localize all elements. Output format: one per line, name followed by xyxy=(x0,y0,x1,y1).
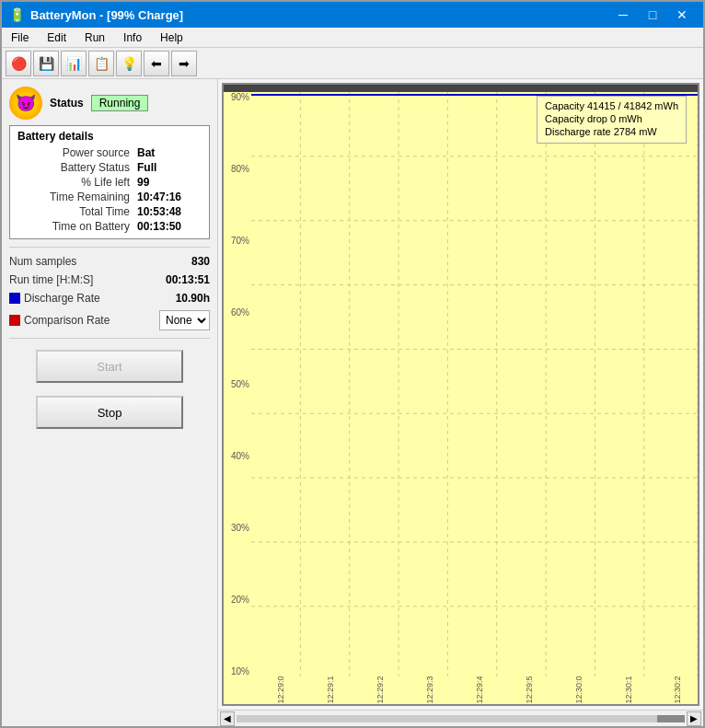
discharge-color-group: Discharge Rate xyxy=(9,292,100,305)
x-label-5: 12:29:56 xyxy=(524,676,533,704)
scroll-thumb[interactable] xyxy=(657,715,685,722)
close-button[interactable]: ✕ xyxy=(668,6,696,24)
main-window: 🔋 BatteryMon - [99% Charge] ─ □ ✕ File E… xyxy=(0,0,705,728)
x-label-1: 12:29:16 xyxy=(326,676,335,704)
toolbar-btn-6[interactable]: ➡ xyxy=(171,51,197,76)
power-source-value: Bat xyxy=(137,146,202,159)
toolbar-btn-2[interactable]: 📊 xyxy=(61,51,87,76)
y-label-60: 60% xyxy=(231,307,249,318)
scroll-track[interactable] xyxy=(237,715,685,722)
legend-discharge-rate: Discharge rate 2784 mW xyxy=(545,126,678,137)
discharge-color-indicator xyxy=(9,293,20,304)
menu-run[interactable]: Run xyxy=(75,28,114,47)
y-label-10: 10% xyxy=(231,666,249,676)
y-label-40: 40% xyxy=(231,451,249,461)
life-left-value: 99 xyxy=(137,176,202,189)
minimize-button[interactable]: ─ xyxy=(609,6,637,24)
title-bar-left: 🔋 BatteryMon - [99% Charge] xyxy=(9,7,183,22)
power-source-label: Power source xyxy=(17,146,130,159)
discharge-rate-row: Discharge Rate 10.90h xyxy=(9,292,210,305)
num-samples-label: Num samples xyxy=(9,255,76,268)
x-axis: 12:29:06 12:29:16 12:29:26 12:29:36 12:2… xyxy=(251,676,698,704)
legend-capacity: Capacity 41415 / 41842 mWh xyxy=(545,100,678,111)
scroll-left-arrow[interactable]: ◀ xyxy=(220,711,235,726)
status-value: Running xyxy=(91,95,149,111)
comparison-label: Comparison Rate xyxy=(24,314,110,327)
chart-svg xyxy=(251,92,698,676)
run-time-row: Run time [H:M:S] 00:13:51 xyxy=(9,273,210,286)
x-label-3: 12:29:36 xyxy=(425,676,434,704)
title-bar: 🔋 BatteryMon - [99% Charge] ─ □ ✕ xyxy=(2,2,703,28)
battery-details-box: Battery details Power source Bat Battery… xyxy=(9,125,210,239)
start-button[interactable]: Start xyxy=(36,350,183,383)
window-title: BatteryMon - [99% Charge] xyxy=(30,8,183,22)
app-icon: 🔋 xyxy=(9,7,25,22)
stop-button[interactable]: Stop xyxy=(36,396,183,429)
time-on-battery-value: 00:13:50 xyxy=(137,220,202,233)
logo-icon: 😈 xyxy=(16,93,36,113)
toolbar: 🔴 💾 📊 📋 💡 ⬅ ➡ xyxy=(2,48,703,79)
discharge-rate-value: 10.90h xyxy=(176,292,210,305)
run-time-label: Run time [H:M:S] xyxy=(9,273,93,286)
scrollbar-bottom: ◀ ▶ xyxy=(218,710,703,726)
time-on-battery-label: Time on Battery xyxy=(17,220,130,233)
menu-edit[interactable]: Edit xyxy=(38,28,75,47)
menu-help[interactable]: Help xyxy=(151,28,192,47)
y-axis: 90% 80% 70% 60% 50% 40% 30% 20% 10% xyxy=(224,92,251,676)
comparison-color-group: Comparison Rate xyxy=(9,314,110,327)
comparison-color-indicator xyxy=(9,315,20,326)
app-logo: 😈 xyxy=(9,87,42,120)
chart-top-bar xyxy=(224,85,698,92)
divider-1 xyxy=(9,247,210,248)
y-label-90: 90% xyxy=(231,92,249,102)
battery-status-label: Battery Status xyxy=(17,161,130,174)
num-samples-value: 830 xyxy=(191,255,210,268)
y-label-50: 50% xyxy=(231,379,249,389)
num-samples-row: Num samples 830 xyxy=(9,255,210,268)
detail-row-total-time: Total Time 10:53:48 xyxy=(17,205,202,218)
status-row: 😈 Status Running xyxy=(9,87,210,120)
main-content: 😈 Status Running Battery details Power s… xyxy=(2,79,703,726)
menu-info[interactable]: Info xyxy=(114,28,151,47)
left-panel: 😈 Status Running Battery details Power s… xyxy=(2,79,218,726)
life-left-label: % Life left xyxy=(17,176,130,189)
battery-details-title: Battery details xyxy=(17,130,202,143)
maximize-button[interactable]: □ xyxy=(639,6,666,24)
detail-row-power-source: Power source Bat xyxy=(17,146,202,159)
toolbar-btn-0[interactable]: 🔴 xyxy=(6,51,31,76)
total-time-label: Total Time xyxy=(17,205,130,218)
x-label-6: 12:30:06 xyxy=(573,676,583,704)
x-label-2: 12:29:26 xyxy=(376,676,385,704)
y-label-20: 20% xyxy=(231,595,249,605)
comparison-row: Comparison Rate None xyxy=(9,310,210,330)
detail-row-life-left: % Life left 99 xyxy=(17,176,202,189)
x-label-0: 12:29:06 xyxy=(276,676,285,704)
detail-row-battery-status: Battery Status Full xyxy=(17,161,202,174)
scroll-right-arrow[interactable]: ▶ xyxy=(687,711,701,726)
divider-2 xyxy=(9,338,210,339)
discharge-rate-label: Discharge Rate xyxy=(24,292,100,305)
toolbar-btn-1[interactable]: 💾 xyxy=(33,51,59,76)
title-bar-controls: ─ □ ✕ xyxy=(609,6,696,24)
detail-row-time-on-battery: Time on Battery 00:13:50 xyxy=(17,220,202,233)
y-label-70: 70% xyxy=(231,236,249,246)
y-label-30: 30% xyxy=(231,523,249,533)
time-remaining-value: 10:47:16 xyxy=(137,191,202,203)
x-label-4: 12:29:46 xyxy=(474,676,483,704)
menu-file[interactable]: File xyxy=(2,28,38,47)
toolbar-btn-3[interactable]: 📋 xyxy=(88,51,114,76)
y-label-80: 80% xyxy=(231,164,249,174)
legend-capacity-drop: Capacity drop 0 mWh xyxy=(545,113,678,124)
comparison-select[interactable]: None xyxy=(159,310,210,330)
x-label-8: 12:30:26 xyxy=(673,676,682,704)
time-remaining-label: Time Remaining xyxy=(17,191,130,203)
run-time-value: 00:13:51 xyxy=(166,273,210,286)
toolbar-btn-4[interactable]: 💡 xyxy=(116,51,142,76)
battery-status-value: Full xyxy=(137,161,202,174)
toolbar-btn-5[interactable]: ⬅ xyxy=(144,51,169,76)
status-label: Status xyxy=(50,97,84,110)
menu-bar: File Edit Run Info Help xyxy=(2,28,703,48)
chart-area: 90% 80% 70% 60% 50% 40% 30% 20% 10% xyxy=(222,83,699,706)
right-panel: 90% 80% 70% 60% 50% 40% 30% 20% 10% xyxy=(218,79,703,726)
detail-row-time-remaining: Time Remaining 10:47:16 xyxy=(17,191,202,203)
